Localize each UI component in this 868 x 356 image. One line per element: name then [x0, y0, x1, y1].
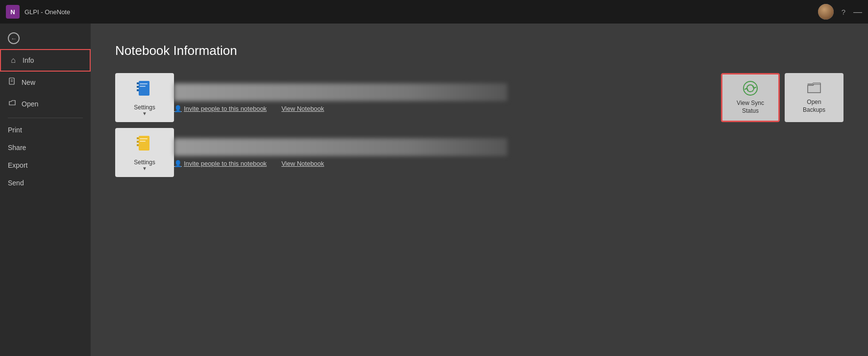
svg-rect-13: [140, 138, 148, 139]
main-layout: ← ⌂ Info New Open: [0, 24, 868, 356]
sidebar-item-share[interactable]: Share: [0, 139, 91, 156]
svg-rect-6: [137, 89, 139, 91]
home-icon: ⌂: [9, 56, 18, 65]
svg-rect-9: [139, 136, 149, 151]
notebook1-name-bar: [174, 83, 507, 101]
notebook2-icon: [135, 134, 154, 157]
app-title: GLPI - OneNote: [25, 8, 70, 16]
open-icon: [8, 99, 17, 109]
folder-icon: [807, 81, 821, 96]
notebooks-list: Settings ▼ 👤 Invite people to this noteb…: [115, 73, 706, 177]
sidebar-item-new-label: New: [22, 78, 35, 86]
person-icon: 👤: [174, 105, 182, 112]
sidebar-item-open[interactable]: Open: [0, 93, 91, 115]
notebook2-invite-link[interactable]: 👤 Invite people to this notebook: [174, 160, 267, 167]
notebook1-icon: [135, 79, 154, 102]
title-bar-right: ? —: [818, 4, 862, 20]
sidebar-item-info[interactable]: ⌂ Info: [0, 49, 91, 72]
notebook2-info: 👤 Invite people to this notebook View No…: [174, 138, 706, 167]
table-row: Settings ▼ 👤 Invite people to this noteb…: [115, 128, 706, 177]
title-bar: N GLPI - OneNote ? —: [0, 0, 868, 24]
sidebar-item-export[interactable]: Export: [0, 156, 91, 174]
notebook1-invite-link[interactable]: 👤 Invite people to this notebook: [174, 105, 267, 112]
sidebar-item-send[interactable]: Send: [0, 174, 91, 192]
notebook1-links: 👤 Invite people to this notebook View No…: [174, 105, 706, 112]
notebooks-section: Settings ▼ 👤 Invite people to this noteb…: [115, 73, 843, 177]
app-logo: N: [6, 5, 20, 19]
notebook2-settings-tile[interactable]: Settings ▼: [115, 128, 174, 177]
content-area: Notebook Information: [91, 24, 868, 356]
page-title: Notebook Information: [115, 43, 843, 58]
notebook1-arrow: ▼: [142, 111, 147, 116]
notebook1-settings-label: Settings: [134, 104, 155, 111]
svg-rect-7: [140, 83, 148, 84]
sync-icon: [742, 80, 759, 97]
avatar[interactable]: [818, 4, 834, 20]
svg-rect-5: [137, 86, 139, 88]
open-backups-label: Open Backups: [803, 99, 825, 114]
minimize-button[interactable]: —: [853, 7, 862, 16]
back-button[interactable]: ←: [0, 27, 91, 49]
svg-rect-10: [137, 137, 139, 139]
avatar-image: [818, 4, 834, 20]
svg-rect-14: [140, 141, 146, 142]
notebook2-arrow: ▼: [142, 166, 147, 171]
sidebar-divider: [8, 118, 83, 118]
sidebar-item-info-label: Info: [23, 56, 34, 64]
back-icon: ←: [8, 32, 20, 44]
action-tiles: View Sync Status Open Backups: [721, 73, 843, 177]
notebook2-name-bar: [174, 138, 507, 156]
notebook2-view-link[interactable]: View Notebook: [281, 160, 324, 167]
person-icon: 👤: [174, 160, 182, 167]
open-backups-tile[interactable]: Open Backups: [785, 73, 843, 122]
sidebar: ← ⌂ Info New Open: [0, 24, 91, 356]
svg-rect-11: [137, 141, 139, 143]
notebook1-info: 👤 Invite people to this notebook View No…: [174, 83, 706, 112]
svg-rect-12: [137, 144, 139, 146]
sidebar-item-print[interactable]: Print: [0, 121, 91, 139]
view-sync-status-tile[interactable]: View Sync Status: [721, 73, 780, 122]
svg-rect-3: [139, 81, 149, 96]
new-icon: [8, 77, 17, 87]
sidebar-item-open-label: Open: [22, 100, 38, 108]
view-sync-status-label: View Sync Status: [737, 100, 764, 115]
notebook2-links: 👤 Invite people to this notebook View No…: [174, 160, 706, 167]
notebook1-settings-tile[interactable]: Settings ▼: [115, 73, 174, 122]
sidebar-item-new[interactable]: New: [0, 72, 91, 93]
svg-rect-4: [137, 82, 139, 84]
table-row: Settings ▼ 👤 Invite people to this noteb…: [115, 73, 706, 122]
svg-point-15: [744, 81, 757, 95]
svg-rect-8: [140, 86, 146, 87]
notebook2-settings-label: Settings: [134, 159, 155, 166]
help-button[interactable]: ?: [842, 8, 845, 16]
notebook1-view-link[interactable]: View Notebook: [281, 105, 324, 112]
